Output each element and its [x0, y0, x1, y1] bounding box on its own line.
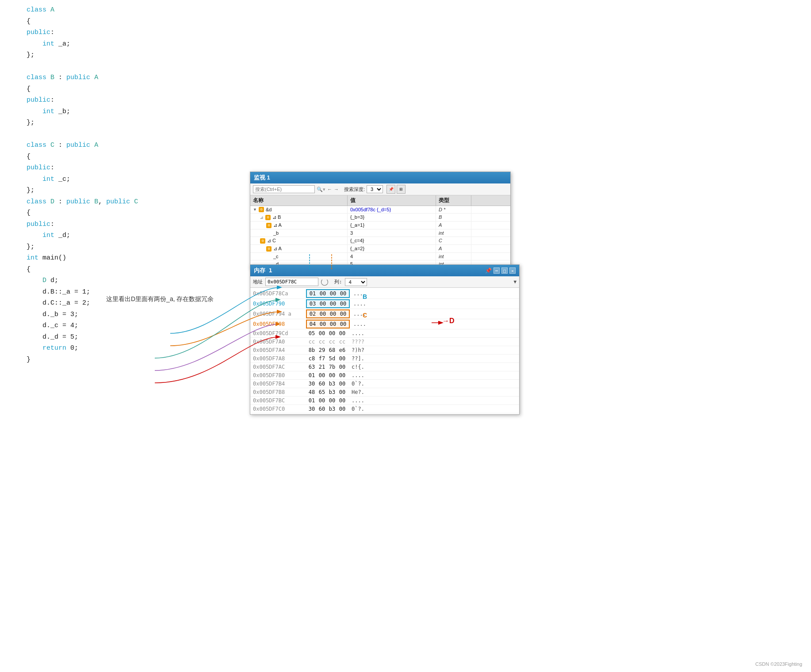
memory-addr-12: 0x005DF7BC: [253, 397, 306, 404]
code-line: int _c;: [27, 174, 138, 185]
memory-byte: 00: [339, 290, 348, 297]
label-C: C: [363, 312, 367, 319]
watch-name-_b: _b: [250, 229, 348, 237]
watch-depth-select[interactable]: 3 1 2 5: [367, 185, 383, 193]
watch-type-B: B: [436, 214, 471, 221]
memory-row-3: 0x005DF798 04 00 00 00 ....: [250, 319, 519, 329]
memory-row-2: 0x005DF794 a 02 00 00 00 ....: [250, 309, 519, 319]
memory-row-11: 0x005DF7B8 48 65 b3 00 He?.: [250, 388, 519, 397]
code-line: {: [27, 207, 138, 219]
memory-byte: 21: [318, 364, 326, 370]
watch-header-name: 名称: [250, 195, 348, 206]
memory-byte: 00: [338, 406, 347, 412]
memory-bytes-4: 05 00 00 00: [306, 330, 348, 337]
memory-byte: b3: [328, 389, 337, 395]
memory-byte: e6: [338, 347, 347, 353]
watch-row-A1: ⚙ ⊿ A {_a=1} A: [250, 221, 510, 229]
memory-byte: cc: [307, 339, 316, 345]
refresh-icon[interactable]: [321, 279, 328, 286]
memory-byte: 05: [307, 330, 316, 336]
watch-name-A1: ⚙ ⊿ A: [250, 221, 348, 229]
watch-toolbar-icons: 📌 ⊞: [386, 185, 406, 194]
memory-byte: 01: [307, 372, 316, 378]
code-line: };: [27, 185, 138, 196]
close-button[interactable]: ✕: [509, 267, 516, 274]
memory-byte: 00: [338, 330, 347, 336]
memory-byte: 00: [328, 397, 337, 404]
memory-bytes-13: 30 60 b3 00: [306, 405, 348, 412]
memory-bytes-10: 30 60 b3 00: [306, 380, 348, 387]
memory-bytes-5: cc cc cc cc: [306, 338, 348, 345]
memory-toolbar: 地址 列: 4 8 16 ▼: [250, 276, 519, 288]
memory-ascii-6: ?)h?: [352, 347, 364, 353]
memory-byte: cc: [318, 339, 326, 345]
memory-addr-5: 0x005DF7A0: [253, 339, 306, 345]
memory-byte: f7: [318, 355, 326, 362]
memory-byte: 7b: [328, 364, 337, 370]
memory-byte: 00: [338, 397, 347, 404]
memory-addr-1: 0x005DF790: [253, 301, 306, 307]
watch-row-_b: _b 3 int: [250, 229, 510, 237]
columns-icon[interactable]: ⊞: [397, 185, 406, 194]
memory-addr-8: 0x005DF7AC: [253, 364, 306, 370]
watch-row-C: ⚙ ⊿ C {_c=4} C: [250, 237, 510, 245]
memory-row-7: 0x005DF7A8 c8 f7 5d 00 ??].: [250, 355, 519, 363]
watch-header-value: 值: [348, 195, 436, 206]
memory-byte: 00: [318, 397, 326, 404]
memory-addr-4: 0x005DF79Cd: [253, 330, 306, 336]
code-line: class A: [27, 4, 138, 16]
watch-title: 监视 1: [254, 174, 270, 182]
memory-col-select[interactable]: 4 8 16: [345, 278, 367, 286]
memory-addr-input[interactable]: [265, 278, 318, 286]
memory-byte: 01: [307, 397, 316, 404]
memory-bytes-1: 03 00 00 00: [306, 299, 350, 308]
watch-val-A1: {_a=1}: [348, 221, 436, 229]
code-line: };: [27, 241, 138, 253]
memory-byte: b3: [328, 406, 337, 412]
memory-byte: 00: [339, 311, 348, 317]
memory-byte: c8: [307, 355, 316, 362]
memory-byte: 48: [307, 389, 316, 395]
code-line: {: [27, 16, 138, 27]
memory-byte: 00: [318, 290, 327, 297]
memory-row-12: 0x005DF7BC 01 00 00 00 ....: [250, 397, 519, 405]
pin-icon[interactable]: 📌: [386, 185, 395, 194]
code-line: public:: [27, 27, 138, 38]
watch-val-_c: 4: [348, 253, 436, 260]
watermark: CSDN ©2023Fighting: [755, 661, 802, 667]
memory-ascii-8: c!{.: [352, 364, 364, 370]
memory-addr-11: 0x005DF7B8: [253, 389, 306, 395]
watch-val-B: {_b=3}: [348, 214, 436, 221]
memory-byte: 30: [307, 406, 316, 412]
minimize-button[interactable]: —: [493, 267, 500, 274]
memory-byte: 00: [339, 321, 348, 327]
restore-button[interactable]: □: [501, 267, 508, 274]
code-line: int _d;: [27, 230, 138, 241]
watch-depth-label: 搜索深度:: [344, 186, 365, 193]
pin-icon[interactable]: 📌: [485, 267, 492, 274]
watch-column-headers: 名称 值 类型: [250, 195, 510, 206]
watch-name-_c: _c: [250, 253, 348, 260]
watch-search-input[interactable]: [253, 185, 315, 193]
code-line: public:: [27, 95, 138, 106]
memory-byte: 00: [328, 330, 337, 336]
memory-byte: 00: [338, 355, 347, 362]
code-line: class D : public B, public C: [27, 196, 138, 208]
watch-val-d: 0x005df78c {_d=5}: [348, 206, 436, 213]
watch-window: 监视 1 🔍▾ ← → 搜索深度: 3 1 2 5 📌 ⊞ 名称 值 类型 ▼ …: [250, 172, 511, 268]
code-line: [27, 129, 138, 140]
memory-byte: cc: [328, 339, 337, 345]
watch-name-B: ⊿ ⚙ ⊿ B: [250, 214, 348, 221]
memory-byte: 63: [307, 364, 316, 370]
memory-byte: 8b: [307, 347, 316, 353]
memory-byte: 5d: [328, 355, 337, 362]
memory-row-6: 0x005DF7A4 8b 29 68 e6 ?)h?: [250, 346, 519, 355]
memory-byte: 00: [318, 311, 327, 317]
watch-val-_b: 3: [348, 229, 436, 237]
code-line: {: [27, 84, 138, 95]
watch-table: ▼ ⚙ &d 0x005df78c {_d=5} D * ⊿ ⚙ ⊿ B {_b…: [250, 206, 510, 268]
memory-addr-6: 0x005DF7A4: [253, 347, 306, 353]
memory-byte: 00: [338, 389, 347, 395]
memory-addr-3: 0x005DF798: [253, 321, 306, 327]
watch-name-C: ⚙ ⊿ C: [250, 237, 348, 244]
